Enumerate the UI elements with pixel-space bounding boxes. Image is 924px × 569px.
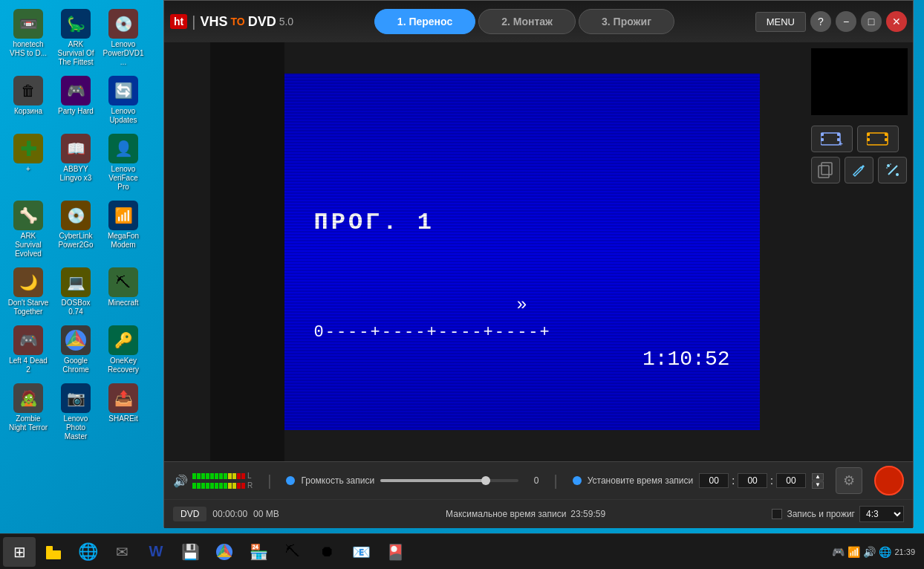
- vu-seg: [219, 483, 223, 489]
- icon-partyhard[interactable]: 🎮 Party Hard: [53, 73, 98, 128]
- svg-point-18: [896, 173, 899, 176]
- help-button[interactable]: ?: [810, 11, 831, 32]
- start-button[interactable]: ⊞: [3, 537, 36, 567]
- menu-button[interactable]: MENU: [755, 12, 806, 32]
- time-hh-input[interactable]: [699, 473, 729, 488]
- video-area: ПРОГ. 1 » 0----+----+----+----+ 1:10:52: [164, 42, 805, 461]
- tab-transfer[interactable]: 1. Перенос: [374, 9, 475, 34]
- tb-icon-card[interactable]: 🎴: [379, 537, 411, 567]
- icon-abbyylingvo[interactable]: 📖 ABBYY Lingvo x3: [53, 131, 98, 195]
- logo-ht: ht: [170, 14, 187, 29]
- icon-lenovopowerdvd[interactable]: 💿 Lenovo PowerDVD1...: [101, 6, 146, 70]
- icon-dontstarve[interactable]: 🌙 Don't Starve Together: [6, 264, 51, 319]
- icon-lenovoface[interactable]: 👤 Lenovo VeriFace Pro: [101, 131, 146, 195]
- ratio-select[interactable]: 4:3 16:9: [859, 506, 904, 522]
- sys-tray: 🎮 📶 🔊 🌐 21:39: [826, 546, 921, 558]
- tb-icon-minecraft[interactable]: ⛏: [276, 537, 309, 567]
- volume-slider-thumb: [481, 476, 490, 485]
- tb-icon-record[interactable]: ⏺: [310, 537, 343, 567]
- vu-seg: [197, 473, 201, 479]
- pencil-button[interactable]: [845, 157, 873, 183]
- time-set-section: Установите время записи : : ▲ ▼: [573, 473, 824, 489]
- right-btn-row-2: [811, 157, 907, 183]
- filmstrip-add-button[interactable]: +: [811, 126, 853, 152]
- tab-burn[interactable]: 3. Прожиг: [579, 9, 674, 34]
- icon-korzina[interactable]: 🗑 Корзина: [6, 73, 51, 128]
- icon-row-3: ✚ + 📖 ABBYY Lingvo x3 👤 Lenovo VeriFace …: [6, 131, 146, 195]
- tray-wifi-icon[interactable]: 📶: [847, 546, 860, 558]
- icon-img-lenovoface: 👤: [108, 134, 138, 163]
- tb-icon-store[interactable]: 🏪: [242, 537, 275, 567]
- icon-img-arksurvival: 🦕: [61, 9, 91, 39]
- icon-onekeyrecovery[interactable]: 🔑 OneKey Recovery: [101, 322, 146, 377]
- minimize-button[interactable]: −: [836, 11, 856, 32]
- nav-tabs: 1. Перенос 2. Монтаж 3. Прожиг: [299, 9, 749, 34]
- time-mm-input[interactable]: [738, 473, 767, 488]
- vu-seg: [201, 483, 205, 489]
- icon-minecraft[interactable]: ⛏ Minecraft: [101, 264, 146, 319]
- icon-label-lenovoupdates: Lenovo Updates: [103, 107, 144, 125]
- tb-icon-files[interactable]: [37, 537, 70, 567]
- icon-label-lenovopowerdvd: Lenovo PowerDVD1...: [103, 40, 144, 67]
- close-button[interactable]: ✕: [886, 11, 907, 32]
- time-label: Установите время записи: [588, 475, 694, 486]
- vu-seg: [197, 483, 201, 489]
- tray-network-icon[interactable]: 🌐: [879, 546, 891, 558]
- right-btn-row-1: +: [811, 126, 907, 152]
- icon-arksurvival[interactable]: 🦕 ARK Survival Of The Fittest: [53, 6, 98, 70]
- icon-img-arkevolved: 🦴: [13, 201, 43, 230]
- tray-volume-icon[interactable]: 🔊: [863, 546, 876, 558]
- icon-label-shareit: SHAREit: [108, 414, 137, 423]
- vu-seg: [201, 473, 205, 479]
- tab-edit[interactable]: 2. Монтаж: [478, 9, 576, 34]
- vhs-bar: 0----+----+----+----+: [314, 323, 730, 342]
- vu-seg: [210, 473, 214, 479]
- vu-seg: [206, 483, 209, 489]
- record-burn-checkbox[interactable]: [772, 509, 782, 519]
- controls-bottom: DVD 00:00:00 00 MB Максимальное время за…: [164, 499, 913, 528]
- volume-dot: [286, 476, 295, 485]
- time-spin-up[interactable]: ▲: [812, 473, 824, 481]
- volume-slider[interactable]: [380, 479, 518, 482]
- tb-icon-disk[interactable]: 💾: [174, 537, 206, 567]
- icon-honetechvhs[interactable]: 📼 honetech VHS to D...: [6, 6, 51, 70]
- icon-img-shareit: 📤: [108, 383, 138, 413]
- controls-top: 🔊: [164, 462, 913, 499]
- maximize-button[interactable]: □: [861, 11, 882, 32]
- settings-button[interactable]: ⚙: [836, 467, 862, 494]
- icon-lenovoupdates[interactable]: 🔄 Lenovo Updates: [101, 73, 146, 128]
- vu-seg: [219, 473, 223, 479]
- vu-seg-red: [237, 483, 241, 489]
- icon-googlechrome[interactable]: Google Chrome: [53, 322, 98, 377]
- logo-to-text: TO: [230, 16, 244, 27]
- tb-icon-email[interactable]: ✉: [105, 537, 138, 567]
- volume-icon[interactable]: 🔊: [173, 474, 188, 488]
- tb-icon-mail[interactable]: 📧: [345, 537, 377, 567]
- tb-icon-word[interactable]: W: [140, 537, 172, 567]
- tb-icon-chrome[interactable]: [208, 537, 241, 567]
- icon-shareit[interactable]: 📤 SHAREit: [101, 380, 146, 444]
- copy-button[interactable]: [811, 157, 840, 183]
- icon-megafon[interactable]: 📶 MegaFon Modem: [101, 198, 146, 261]
- filmstrip-button[interactable]: [857, 126, 899, 152]
- icon-lenovophoto[interactable]: 📷 Lenovo Photo Master: [53, 380, 98, 444]
- wand-button[interactable]: [878, 157, 907, 183]
- time-spinners: ▲ ▼: [812, 473, 824, 489]
- icon-img-abbyylingvo: 📖: [61, 134, 91, 163]
- vu-bar-right: R: [192, 481, 253, 490]
- icon-arkevolved[interactable]: 🦴 ARK Survival Evolved: [6, 198, 51, 261]
- icon-left4dead[interactable]: 🎮 Left 4 Dead 2: [6, 322, 51, 377]
- icon-plus[interactable]: ✚ +: [6, 131, 51, 195]
- title-actions: MENU ? − □ ✕: [755, 11, 907, 32]
- icon-zombienight[interactable]: 🧟 Zombie Night Terror: [6, 380, 51, 444]
- icon-cyberlink[interactable]: 💿 CyberLink Power2Go: [53, 198, 98, 261]
- tray-steam-icon[interactable]: 🎮: [832, 546, 845, 558]
- tb-icon-ie[interactable]: 🌐: [71, 537, 104, 567]
- record-button[interactable]: [874, 466, 904, 495]
- ctrl-separator-1: |: [267, 472, 271, 490]
- time-ss-input[interactable]: [776, 473, 806, 488]
- icon-dosbox[interactable]: 💻 DOSBox 0.74: [53, 264, 98, 319]
- timecode: 00:00:00: [212, 509, 247, 519]
- icon-label-arkevolved: ARK Survival Evolved: [7, 232, 49, 259]
- time-spin-down[interactable]: ▼: [812, 481, 824, 489]
